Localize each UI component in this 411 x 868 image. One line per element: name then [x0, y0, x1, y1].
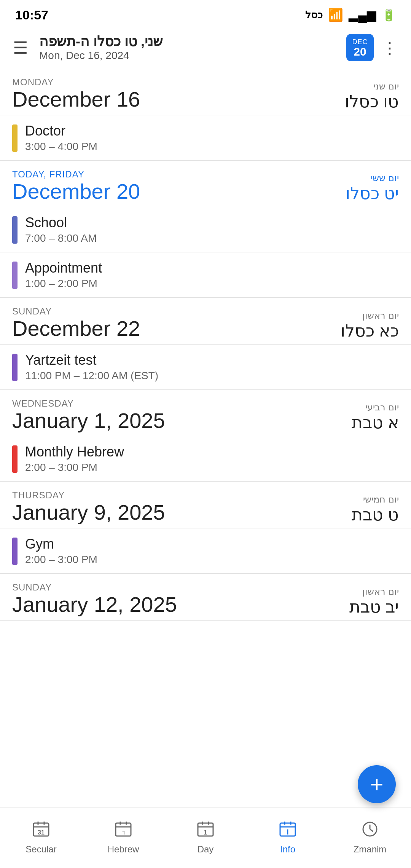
day-label-jan1: WEDNESDAY [12, 398, 165, 409]
info-label: Info [280, 844, 295, 855]
day-label-jan12: SUNDAY [12, 582, 177, 593]
day-header-left-jan1: WEDNESDAY January 1, 2025 [12, 398, 165, 432]
day-label-dec20: TODAY, FRIDAY [12, 169, 140, 180]
hebrew-label: Hebrew [108, 844, 139, 855]
content-area: MONDAY December 16 יום שני טו כסלו Docto… [0, 69, 411, 685]
svg-text:ד: ד [122, 830, 125, 836]
day-icon: 1 [197, 821, 214, 841]
calendar-month: DEC [352, 38, 368, 46]
zmanim-label: Zmanim [354, 844, 387, 855]
bottom-nav-hebrew[interactable]: ד Hebrew [82, 821, 164, 855]
day-label-jan9: THURSDAY [12, 490, 165, 501]
event-title-e1: Doctor [25, 123, 97, 139]
day-header-left-dec20: TODAY, FRIDAY December 20 [12, 169, 140, 203]
hebrew-status-icon: כסל [305, 9, 323, 21]
hebrew-title: שני, טו כסלו ה-תשפה [39, 34, 339, 49]
event-item-e3[interactable]: Appointment 1:00 – 2:00 PM [0, 252, 411, 297]
event-title-e2: School [25, 215, 97, 231]
english-date: Mon, Dec 16, 2024 [39, 49, 339, 62]
bottom-nav-zmanim[interactable]: Zmanim [329, 821, 411, 855]
day-header-jan9: THURSDAY January 9, 2025 יום חמישי ט טבת [0, 482, 411, 528]
day-header-left-jan12: SUNDAY January 12, 2025 [12, 582, 177, 616]
bottom-nav: 31 Secular ד Hebrew 1 Day [0, 807, 411, 868]
add-event-fab[interactable]: + [358, 765, 396, 803]
calendar-date-button[interactable]: DEC 20 [346, 34, 374, 61]
day-header-right-jan9: יום חמישי ט טבת [352, 494, 399, 524]
add-icon: + [370, 771, 383, 798]
wifi-icon: 📶 [328, 8, 343, 22]
battery-icon: 🔋 [382, 8, 396, 22]
calendar-day: 20 [354, 46, 366, 57]
hebrew-day-label-jan1: יום רביעי [365, 402, 399, 413]
event-details-e4: Yartzeit test 11:00 PM – 12:00 AM (EST) [25, 352, 158, 382]
event-color-e4 [12, 354, 18, 381]
top-bar-actions: DEC 20 ⋮ [346, 34, 402, 61]
svg-text:1: 1 [204, 829, 207, 836]
event-color-e2 [12, 216, 18, 244]
day-section-jan9: THURSDAY January 9, 2025 יום חמישי ט טבת… [0, 482, 411, 574]
bottom-nav-info[interactable]: i Info [247, 821, 329, 855]
bottom-nav-day[interactable]: 1 Day [164, 821, 247, 855]
day-date-jan12: January 12, 2025 [12, 593, 177, 616]
day-date-jan1: January 1, 2025 [12, 409, 165, 432]
hebrew-day-label-dec22: יום ראשון [362, 310, 399, 321]
day-header-left-dec22: SUNDAY December 22 [12, 306, 140, 340]
day-section-jan1: WEDNESDAY January 1, 2025 יום רביעי א טב… [0, 390, 411, 482]
day-section-dec20: TODAY, FRIDAY December 20 יום ששי יט כסל… [0, 161, 411, 298]
event-time-e1: 3:00 – 4:00 PM [25, 140, 97, 153]
event-details-e2: School 7:00 – 8:00 AM [25, 215, 97, 244]
hebrew-day-date-dec20: יט כסלו [346, 183, 399, 203]
zmanim-icon [362, 821, 378, 841]
event-details-e5: Monthly Hebrew 2:00 – 3:00 PM [25, 444, 124, 474]
event-item-e4[interactable]: Yartzeit test 11:00 PM – 12:00 AM (EST) [0, 345, 411, 389]
day-header-right-jan1: יום רביעי א טבת [352, 402, 399, 432]
bottom-nav-secular[interactable]: 31 Secular [0, 821, 82, 855]
day-header-right-dec16: יום שני טו כסלו [345, 81, 399, 111]
hebrew-day-label-jan9: יום חמישי [363, 494, 399, 505]
event-details-e1: Doctor 3:00 – 4:00 PM [25, 123, 97, 153]
menu-icon[interactable]: ☰ [9, 34, 32, 61]
day-header-right-jan12: יום ראשון יב טבת [349, 586, 399, 616]
event-item-e1[interactable]: Doctor 3:00 – 4:00 PM [0, 115, 411, 160]
signal-icon: ▂▄▆ [349, 8, 376, 22]
svg-text:31: 31 [38, 829, 45, 836]
divider-jan12 [0, 620, 411, 621]
day-date-dec20: December 20 [12, 180, 140, 203]
event-title-e5: Monthly Hebrew [25, 444, 124, 460]
secular-icon: 31 [33, 821, 49, 841]
event-time-e2: 7:00 – 8:00 AM [25, 232, 97, 244]
status-icons: כסל 📶 ▂▄▆ 🔋 [305, 8, 396, 22]
info-icon: i [279, 821, 296, 841]
hebrew-day-label-dec16: יום שני [373, 81, 399, 92]
event-color-e6 [12, 538, 18, 565]
top-app-bar: ☰ שני, טו כסלו ה-תשפה Mon, Dec 16, 2024 … [0, 27, 411, 69]
day-header-dec22: SUNDAY December 22 יום ראשון כא כסלו [0, 298, 411, 344]
event-color-e3 [12, 262, 18, 289]
day-header-jan12: SUNDAY January 12, 2025 יום ראשון יב טבת [0, 574, 411, 620]
event-details-e3: Appointment 1:00 – 2:00 PM [25, 260, 102, 290]
secular-label: Secular [25, 844, 56, 855]
event-item-e5[interactable]: Monthly Hebrew 2:00 – 3:00 PM [0, 436, 411, 481]
day-header-dec20: TODAY, FRIDAY December 20 יום ששי יט כסל… [0, 161, 411, 207]
hebrew-day-label-dec20: יום ששי [371, 173, 399, 183]
more-options-icon[interactable]: ⋮ [378, 34, 402, 61]
event-time-e3: 1:00 – 2:00 PM [25, 278, 102, 290]
hebrew-icon: ד [115, 821, 132, 841]
day-header-right-dec20: יום ששי יט כסלו [346, 173, 399, 203]
day-label: Day [198, 844, 214, 855]
event-title-e6: Gym [25, 536, 97, 552]
event-item-e6[interactable]: Gym 2:00 – 3:00 PM [0, 528, 411, 573]
day-section-dec16: MONDAY December 16 יום שני טו כסלו Docto… [0, 69, 411, 161]
hebrew-day-date-dec22: כא כסלו [341, 321, 399, 340]
event-item-e2[interactable]: School 7:00 – 8:00 AM [0, 207, 411, 252]
event-color-e1 [12, 124, 18, 152]
day-label-dec22: SUNDAY [12, 306, 140, 317]
svg-text:i: i [287, 828, 289, 836]
event-color-e5 [12, 445, 18, 473]
day-section-jan12: SUNDAY January 12, 2025 יום ראשון יב טבת [0, 574, 411, 621]
event-time-e4: 11:00 PM – 12:00 AM (EST) [25, 370, 158, 382]
hebrew-day-label-jan12: יום ראשון [362, 586, 399, 597]
day-date-dec22: December 22 [12, 317, 140, 340]
event-title-e4: Yartzeit test [25, 352, 158, 368]
top-bar-title: שני, טו כסלו ה-תשפה Mon, Dec 16, 2024 [39, 34, 339, 62]
